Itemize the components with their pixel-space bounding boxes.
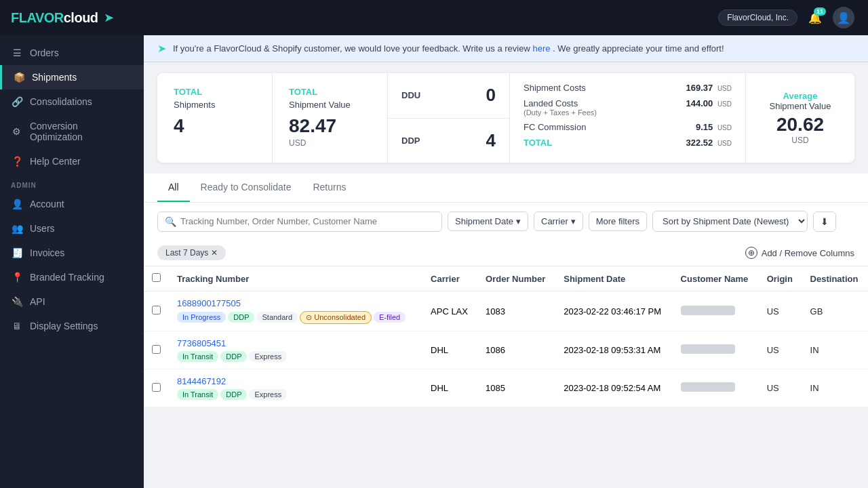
total-costs-usd: USD [717,140,732,147]
download-button[interactable]: ⬇ [813,211,836,232]
average-top-label: Average [783,91,818,101]
tracking-link-0[interactable]: 1688900177505 [177,298,414,308]
add-remove-columns-button[interactable]: ⊕ Add / Remove Columns [745,247,854,259]
notification-badge: 11 [814,7,826,16]
tracking-link-1[interactable]: 7736805451 [177,338,414,348]
row-order-cell: 1086 [477,331,555,369]
download-icon: ⬇ [821,216,829,227]
ddp-card: DDP 4 [388,119,509,163]
ddp-value: 4 [486,130,496,151]
tab-all[interactable]: All [157,174,190,202]
row-checkbox-2[interactable] [152,383,161,392]
tab-returns[interactable]: Returns [302,174,357,202]
row-origin-cell: US [759,369,802,407]
row-customer-cell [673,369,759,407]
sidebar-item-orders[interactable]: ☰ Orders [0,41,144,65]
tabs-section: All Ready to Consolidate Returns [144,174,868,203]
fc-commission-usd: USD [717,124,732,131]
sidebar-item-api[interactable]: 🔌 API [0,289,144,314]
sidebar-item-conversion[interactable]: ⚙ Conversion Optimization [0,114,144,149]
badge-unconsolidated: ⊙ Unconsolidated [300,311,372,324]
sidebar-item-branded[interactable]: 📍 Branded Tracking [0,265,144,289]
row-carrier-cell: APC LAX [422,291,477,331]
branded-icon: 📍 [11,272,23,283]
more-filters-button[interactable]: More filters [589,211,647,231]
banner-icon: ➤ [157,42,166,55]
badge-standard: Standard [256,312,298,323]
costs-section: Shipment Costs 169.37 USD Landed Costs (… [510,73,746,163]
avatar-icon: 👤 [837,12,850,24]
sidebar-item-help[interactable]: ❓ Help Center [0,149,144,174]
carrier-filter[interactable]: Carrier ▾ [534,211,583,231]
topbar: FlavorCloud, Inc. 🔔 11 👤 [144,0,868,35]
total-costs-row: TOTAL 322.52 USD [524,138,732,148]
customer-name-blurred [681,306,735,315]
search-box: 🔍 [157,211,442,232]
ddp-label: DDP [401,136,420,146]
average-usd: USD [791,136,808,145]
sidebar-item-account[interactable]: 👤 Account [0,192,144,216]
average-sub-label: Shipment Value [770,101,831,111]
total-shipments-top-label: TOTAL [174,87,256,97]
total-shipments-card: TOTAL Shipments 4 [157,73,273,163]
landed-costs-row: Landed Costs (Duty + Taxes + Fees) 144.0… [524,98,732,117]
chevron-down-icon: ▾ [571,216,576,226]
ddu-value: 0 [486,85,496,106]
sidebar-item-users[interactable]: 👥 Users [0,216,144,241]
search-input[interactable] [180,216,435,226]
total-costs-label: TOTAL [524,138,552,148]
sidebar-item-consolidations[interactable]: 🔗 Consolidations [0,89,144,114]
tracking-link-2[interactable]: 8144467192 [177,376,414,386]
total-value-top-label: TOTAL [289,87,371,97]
search-icon: 🔍 [165,216,176,227]
row-checkbox-1[interactable] [152,345,161,354]
row-badges: In TransitDDPExpress [177,389,414,400]
sidebar-item-label: Account [30,199,64,209]
user-avatar[interactable]: 👤 [833,7,854,28]
badge-intransit: In Transit [177,389,218,400]
badge-intransit: In Transit [177,351,218,362]
sidebar-item-label: API [30,296,45,307]
notifications-button[interactable]: 🔔 11 [808,12,822,24]
table-row: 8144467192 In TransitDDPExpress DHL 1085… [144,369,868,407]
header-destination: Destination [802,266,868,291]
shipment-date-filter[interactable]: Shipment Date ▾ [448,211,528,231]
banner-text: If you're a FlavorCloud & Shopify custom… [173,43,724,54]
select-all-checkbox[interactable] [152,273,161,282]
fc-commission-value: 9.15 [696,122,713,132]
company-selector[interactable]: FlavorCloud, Inc. [718,9,797,26]
landed-costs-value: 144.00 [686,98,713,108]
sidebar-item-display[interactable]: 🖥 Display Settings [0,314,144,338]
customer-name-blurred [681,382,735,392]
header-tracking-number: Tracking Number [169,266,422,291]
sidebar-item-label: Help Center [30,156,81,167]
badge-ddp: DDP [220,389,247,400]
row-destination-cell: IN [802,331,868,369]
sidebar-item-invoices[interactable]: 🧾 Invoices [0,241,144,265]
banner-link[interactable]: here [532,43,550,54]
total-value-usd: USD [289,138,371,148]
row-order-cell: 1083 [477,291,555,331]
ddu-card: DDU 0 [388,73,509,119]
tab-ready[interactable]: Ready to Consolidate [190,174,302,202]
sort-select[interactable]: Sort by Shipment Date (Newest) [652,211,808,232]
sidebar-item-shipments[interactable]: 📦 Shipments [0,65,144,89]
shipment-costs-value: 169.37 [686,83,713,93]
table-row: 7736805451 In TransitDDPExpress DHL 1086… [144,331,868,369]
fc-commission-row: FC Commission 9.15 USD [524,122,732,132]
row-checkbox-cell [144,331,169,369]
last-7-days-chip[interactable]: Last 7 Days ✕ [157,245,226,260]
total-value-number: 82.47 [289,115,371,137]
account-icon: 👤 [11,199,23,209]
chevron-down-icon: ▾ [516,216,521,226]
header-shipment-date: Shipment Date [555,266,672,291]
sidebar-navigation: ☰ Orders 📦 Shipments 🔗 Consolidations ⚙ … [0,35,144,488]
filters-section: 🔍 Shipment Date ▾ Carrier ▾ More filters… [144,203,868,240]
row-tracking-cell: 7736805451 In TransitDDPExpress [169,331,422,369]
row-carrier-cell: DHL [422,331,477,369]
row-destination-cell: GB [802,291,868,331]
row-checkbox-0[interactable] [152,306,161,314]
logo: FLAVORcloud ➤ [0,0,144,35]
orders-icon: ☰ [11,47,23,58]
header-checkbox-col [144,266,169,291]
